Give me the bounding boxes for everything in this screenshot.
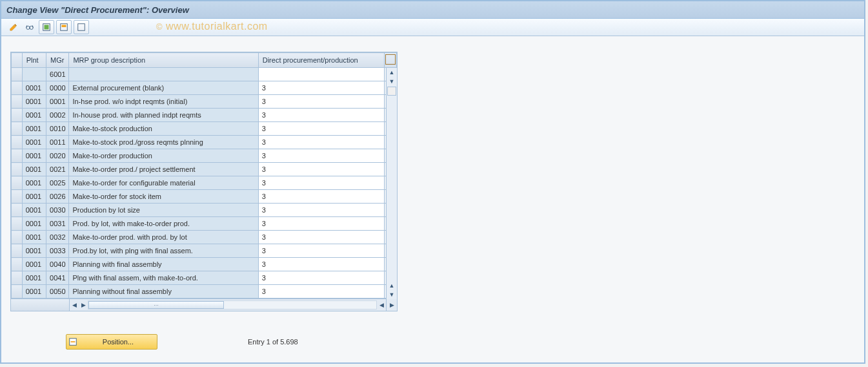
cell-direct-procurement[interactable]: 3 (258, 136, 385, 149)
hscroll-track[interactable]: ··· (88, 300, 377, 309)
svg-rect-6 (78, 24, 85, 31)
cell-direct-procurement[interactable]: 3 (258, 231, 385, 244)
scroll-track[interactable] (387, 96, 397, 281)
glasses-icon (25, 23, 34, 32)
cell-direct-procurement[interactable]: 3 (258, 149, 385, 163)
hscroll-right-step[interactable]: ▶ (79, 300, 88, 309)
cell-plnt: 0001 (22, 204, 46, 217)
hscroll-right-arrow[interactable]: ▶ (386, 299, 397, 311)
table-row: 00010020Make-to-order production3 (12, 149, 397, 163)
col-config-header[interactable] (385, 53, 397, 68)
row-selector[interactable] (12, 95, 23, 109)
row-selector[interactable] (12, 81, 23, 95)
row-selector[interactable] (12, 136, 23, 149)
toolbar-display[interactable] (23, 21, 37, 34)
table-row: 00010033Prod.by lot, with plng with fina… (12, 244, 397, 258)
toolbar-select-all[interactable] (39, 20, 54, 34)
row-selector[interactable] (12, 204, 23, 217)
cell-direct-procurement[interactable]: 3 (258, 81, 385, 95)
scroll-marker[interactable] (387, 87, 396, 96)
svg-rect-8 (71, 341, 76, 342)
cell-direct-procurement[interactable]: 3 (258, 176, 385, 190)
cell-desc: Planning without final assembly (69, 285, 258, 299)
row-selector[interactable] (12, 109, 23, 122)
row-selector[interactable] (12, 190, 23, 204)
scroll-up-arrow[interactable]: ▲ (387, 68, 397, 77)
cell-mgr: 6001 (46, 68, 69, 81)
hscroll-left-arrow[interactable]: ◀ (70, 300, 79, 309)
row-selector[interactable] (12, 122, 23, 136)
row-selector[interactable] (12, 231, 23, 244)
table-row: 00010025Make-to-order for configurable m… (12, 176, 397, 190)
table-row: 00010001In-hse prod. w/o indpt reqmts (i… (12, 95, 397, 109)
cell-plnt: 0001 (22, 217, 46, 231)
hscroll-thumb[interactable]: ··· (88, 301, 224, 309)
col-dp-header[interactable]: Direct procurement/production (258, 53, 385, 68)
cell-direct-procurement[interactable]: 3 (258, 163, 385, 176)
row-selector[interactable] (12, 271, 23, 285)
row-selector[interactable] (12, 176, 23, 190)
cell-desc: Make-to-order prod./ project settlement (69, 163, 258, 176)
hscroll-left-step[interactable]: ◀ (377, 300, 386, 309)
cell-mgr: 0030 (46, 204, 69, 217)
cell-direct-procurement[interactable]: 3 (258, 217, 385, 231)
cell-desc: Prod.by lot, with plng with final assem. (69, 244, 258, 258)
cell-mgr: 0032 (46, 231, 69, 244)
cell-direct-procurement[interactable]: 3 (258, 244, 385, 258)
position-icon (66, 337, 79, 346)
row-selector[interactable] (12, 217, 23, 231)
footer: Position... Entry 1 of 5.698 (66, 334, 298, 350)
cell-mgr: 0031 (46, 217, 69, 231)
toolbar-other-view[interactable] (6, 21, 21, 34)
row-selector[interactable] (12, 285, 23, 299)
cell-plnt: 0001 (22, 163, 46, 176)
row-selector[interactable] (12, 149, 23, 163)
scroll-down-arrow-top[interactable]: ▼ (387, 77, 397, 86)
app-window: Change View "Direct Procurement": Overvi… (0, 0, 865, 364)
content-area: Plnt MGr MRP group description Direct pr… (1, 36, 864, 327)
cell-direct-procurement[interactable]: 3 (258, 271, 385, 285)
cell-direct-procurement[interactable]: 3 (258, 190, 385, 204)
hscroll[interactable]: ◀ ▶ ··· ◀ (70, 299, 386, 311)
cell-plnt: 0001 (22, 271, 46, 285)
row-selector[interactable] (12, 258, 23, 271)
watermark-copy: © (156, 22, 163, 32)
table-row: 00010031Prod. by lot, with make-to-order… (12, 217, 397, 231)
cell-direct-procurement[interactable]: 3 (258, 122, 385, 136)
select-all-icon (42, 23, 51, 32)
cell-plnt: 0001 (22, 231, 46, 244)
table-row: 00010010Make-to-stock production3 (12, 122, 397, 136)
row-selector[interactable] (12, 163, 23, 176)
cell-direct-procurement[interactable] (258, 68, 385, 81)
cell-desc: In-hse prod. w/o indpt reqmts (initial) (69, 95, 258, 109)
scroll-down-arrow[interactable]: ▼ (387, 290, 397, 299)
cell-plnt: 0001 (22, 285, 46, 299)
col-plnt-header[interactable]: Plnt (22, 53, 46, 68)
row-selector[interactable] (12, 68, 23, 81)
table-row: 00010021Make-to-order prod./ project set… (12, 163, 397, 176)
cell-direct-procurement[interactable]: 3 (258, 109, 385, 122)
row-selector[interactable] (12, 244, 23, 258)
titlebar: Change View "Direct Procurement": Overvi… (1, 1, 864, 19)
col-desc-header[interactable]: MRP group description (69, 53, 258, 68)
vertical-scrollbar[interactable]: ▲ ▼ ▲ ▼ (386, 68, 397, 299)
toolbar-deselect-all[interactable] (74, 20, 89, 34)
table-row: 00010030Production by lot size3 (12, 204, 397, 217)
cell-direct-procurement[interactable]: 3 (258, 285, 385, 299)
position-button[interactable]: Position... (66, 334, 157, 350)
col-select-header[interactable] (12, 53, 23, 68)
cell-desc: Plng with final assem, with make-to-ord. (69, 271, 258, 285)
cell-desc: Make-to-stock prod./gross reqmts plnning (69, 136, 258, 149)
col-mgr-header[interactable]: MGr (46, 53, 69, 68)
cell-mgr: 0011 (46, 136, 69, 149)
cell-direct-procurement[interactable]: 3 (258, 95, 385, 109)
toolbar-select-block[interactable] (56, 20, 72, 34)
cell-direct-procurement[interactable]: 3 (258, 204, 385, 217)
scroll-up-arrow-bottom[interactable]: ▲ (387, 281, 397, 290)
cell-direct-procurement[interactable]: 3 (258, 258, 385, 271)
mrp-group-table: Plnt MGr MRP group description Direct pr… (11, 52, 397, 299)
cell-mgr: 0026 (46, 190, 69, 204)
cell-mgr: 0050 (46, 285, 69, 299)
horizontal-scrollbar: ◀ ▶ ··· ◀ ▶ (11, 299, 397, 311)
cell-desc: Make-to-order prod. with prod. by lot (69, 231, 258, 244)
